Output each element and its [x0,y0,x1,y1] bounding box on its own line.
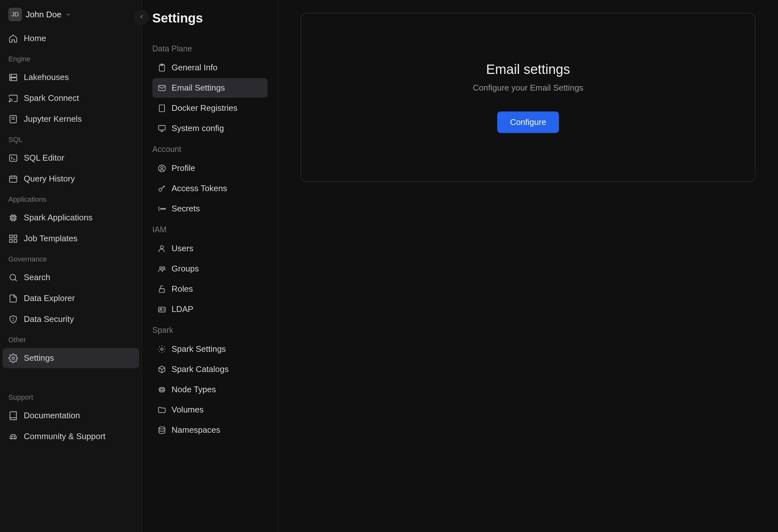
settings-label: Secrets [171,204,200,214]
nav-search[interactable]: Search [3,267,139,288]
settings-title: Settings [152,11,267,25]
settings-label: Spark Catalogs [171,364,229,374]
card-title: Email settings [486,62,570,77]
settings-general-info[interactable]: General Info [152,58,267,77]
settings-spark-catalogs[interactable]: Spark Catalogs [152,360,267,379]
svg-point-48 [161,166,163,169]
nav-section-applications: Applications [3,189,139,207]
nav-lakehouses[interactable]: Lakehouses [3,67,139,87]
nav-label: Data Explorer [24,293,75,303]
nav-documentation[interactable]: Documentation [3,405,139,426]
collapse-sidebar-button[interactable] [135,10,149,24]
svg-point-2 [11,75,12,76]
svg-rect-15 [12,217,14,219]
settings-label: Profile [171,163,195,173]
settings-label: Volumes [171,405,204,415]
svg-point-33 [14,436,15,437]
discord-icon [8,432,18,441]
nav-home[interactable]: Home [3,28,139,49]
nav-data-explorer[interactable]: Data Explorer [3,288,139,308]
settings-spark-settings[interactable]: Spark Settings [152,339,267,359]
gear-icon [8,353,18,363]
nav-spark-connect[interactable]: Spark Connect [3,88,139,108]
lakehouse-icon [8,73,18,82]
settings-label: Users [171,243,193,253]
chip-icon [8,213,18,223]
settings-label: LDAP [171,304,193,314]
card-subtitle: Configure your Email Settings [473,83,584,93]
nav-label: Search [24,273,50,282]
cpu-icon [157,385,166,394]
history-icon [8,174,18,184]
settings-namespaces[interactable]: Namespaces [152,420,267,440]
svg-rect-61 [159,307,165,312]
nav-label: Home [24,33,46,44]
settings-system-config[interactable]: System config [152,119,267,138]
svg-line-51 [164,186,165,186]
nav-label: Community & Support [24,432,105,441]
nav-section-other: Other [3,330,139,347]
svg-rect-8 [10,155,17,161]
folder-icon [157,405,166,414]
settings-group-account: Account [152,139,267,158]
settings-groups[interactable]: Groups [152,259,267,279]
gear-icon [157,345,166,354]
nav-section-sql: SQL [3,130,139,147]
nav-spark-applications[interactable]: Spark Applications [3,208,139,228]
nav-jupyter-kernels[interactable]: Jupyter Kernels [3,109,139,129]
svg-point-47 [159,165,165,171]
settings-node-types[interactable]: Node Types [152,380,267,399]
settings-label: Docker Registries [171,103,237,113]
settings-roles[interactable]: Roles [152,279,267,299]
settings-secrets[interactable]: Secrets [152,199,267,218]
settings-ldap[interactable]: LDAP [152,299,267,319]
nav-settings[interactable]: Settings [3,348,139,368]
svg-point-73 [159,427,165,429]
settings-docker-registries[interactable]: Docker Registries [152,98,267,118]
settings-volumes[interactable]: Volumes [152,400,267,420]
svg-point-56 [164,208,165,210]
svg-point-31 [12,357,14,360]
mail-icon [157,83,166,92]
nav-query-history[interactable]: Query History [3,169,139,189]
svg-rect-26 [10,239,12,242]
nav-job-templates[interactable]: Job Templates [3,228,139,249]
svg-rect-67 [160,387,164,392]
nav-community-support[interactable]: Community & Support [3,426,139,447]
svg-point-49 [159,188,162,191]
nav-sql-editor[interactable]: SQL Editor [3,148,139,168]
svg-point-55 [163,208,164,210]
cast-icon [8,93,18,103]
email-settings-card: Email settings Configure your Email Sett… [301,13,756,182]
configure-button[interactable]: Configure [497,111,559,133]
svg-rect-10 [10,176,17,182]
settings-email-settings[interactable]: Email Settings [152,78,267,98]
settings-profile[interactable]: Profile [152,158,267,178]
settings-users[interactable]: Users [152,239,267,258]
nav-label: SQL Editor [24,153,64,163]
settings-label: System config [171,123,224,133]
chevron-left-icon [139,13,145,21]
nav-label: Jupyter Kernels [24,114,82,124]
settings-access-tokens[interactable]: Access Tokens [152,179,267,198]
nav-label: Lakehouses [24,72,69,82]
svg-rect-24 [10,235,12,238]
settings-sidebar: Settings Data Plane General Info Email S… [142,0,278,532]
settings-label: Access Tokens [171,183,227,194]
avatar: JD [8,8,22,21]
nav-label: Query History [24,174,75,184]
settings-group-data-plane: Data Plane [152,38,267,57]
password-icon [157,204,166,213]
grid-icon [8,234,18,243]
svg-point-3 [11,79,12,79]
id-card-icon [157,305,166,314]
svg-rect-68 [161,388,163,391]
user-menu[interactable]: JD John Doe [3,6,139,28]
svg-rect-14 [11,215,16,220]
user-name: John Doe [26,10,61,20]
lock-open-icon [157,285,166,294]
svg-point-59 [163,267,165,269]
main-content: Email settings Configure your Email Sett… [278,0,778,532]
nav-data-security[interactable]: Data Security [3,309,139,329]
primary-sidebar: JD John Doe Home Engine Lakehouses [0,0,142,532]
